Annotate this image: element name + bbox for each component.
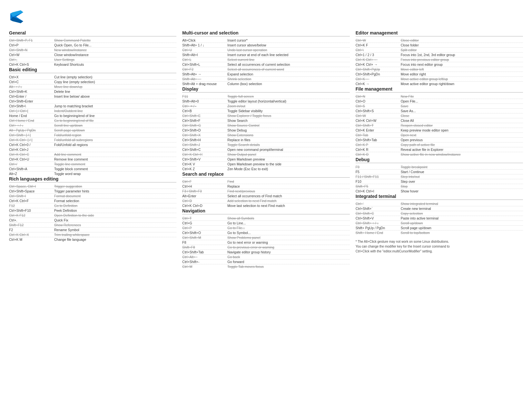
shortcut-row: Ctrl+K RReveal active file in Explorer [356, 147, 523, 152]
shortcut-desc: Show hover [401, 189, 523, 193]
shortcut-desc: Close editor [401, 38, 523, 42]
shortcut-desc: Rename Symbol [54, 228, 176, 232]
shortcut-key: Ctrl+S [356, 104, 401, 108]
shortcut-row: F11Toggle full screen [182, 94, 350, 99]
shortcut-row: Ctrl+Shift+F10Peek Definition [9, 208, 176, 213]
shortcut-row: Ctrl+Shift+FShow Search [182, 118, 350, 123]
shortcut-row: Ctrl+OOpen File... [356, 99, 523, 104]
section-debug: DebugF9Toggle breakpointF5Start / Contin… [356, 157, 523, 194]
shortcut-row: Ctrl+K Ctrl+0 /Fold/Unfold all regions [9, 142, 176, 147]
shortcut-desc: Fold/unfold all subregions [54, 138, 176, 142]
shortcut-key: Ctrl+W [9, 53, 54, 57]
shortcut-row: F3 / Shift+F3Find next/previous [182, 189, 350, 194]
shortcut-key: Ctrl+K P [356, 143, 401, 147]
shortcut-desc: Show integrated terminal [401, 202, 523, 206]
shortcut-key: Alt+Click [182, 38, 227, 42]
shortcut-desc: Move line down/up [54, 85, 176, 89]
shortcut-desc: Reveal active file in Explorer [401, 148, 523, 152]
shortcut-desc: Close window/instance [54, 53, 176, 57]
shortcut-row: Ctrl+Shift+VOpen Markdown preview [182, 157, 350, 162]
shortcut-row: Ctrl+Shift+IFormat document [9, 194, 176, 199]
column-3: Editor managementCtrl+WClose editorCtrl+… [356, 30, 523, 269]
shortcut-row: Shift+Alt+ 1 / ↓Insert cursor above/belo… [182, 43, 350, 48]
shortcut-key: Ctrl+Shift+T [356, 123, 401, 127]
shortcut-desc: Open File... [401, 99, 523, 103]
shortcut-key: Ctrl+ ↑ / ↓ [9, 123, 54, 127]
shortcut-desc: Close [401, 114, 523, 118]
shortcut-row: Ctrl+WClose window/instance [9, 53, 176, 57]
shortcut-key: Ctrl+W [356, 38, 401, 42]
shortcut-desc: Insert line below/ above [54, 94, 176, 98]
shortcut-key: Ctrl+Tab [356, 133, 401, 137]
shortcut-key: F9 [356, 165, 401, 169]
shortcut-row: Ctrl+Shift+DShow Debug [182, 128, 350, 133]
shortcut-key: Ctrl+Shift+Enter [9, 99, 54, 103]
shortcut-desc: Zoom in/out [227, 104, 350, 108]
shortcut-key: Ctrl+C [9, 80, 54, 84]
shortcut-desc: Open previous [401, 138, 523, 142]
shortcut-desc: Replace in files [227, 138, 350, 142]
shortcut-desc: Scroll page up/down [54, 128, 176, 132]
shortcut-desc: Show all Symbols [227, 216, 350, 220]
shortcut-key: Ctrl+F2 [182, 67, 227, 71]
shortcut-row: Ctrl+DAdd selection to next Find match [182, 199, 350, 203]
shortcut-row: Ctrl+FFind [182, 179, 350, 184]
shortcut-row: Alt+ ↑ / ↓Move line down/up [9, 84, 176, 89]
shortcut-desc: Save As... [401, 109, 523, 113]
shortcut-row: Ctrl+K Ctrl+ ←Focus into previous editor… [356, 57, 523, 62]
shortcut-row: Alt+EnterSelect all occurrences of Find … [182, 194, 350, 199]
shortcut-key: Ctrl+Shift+ [ / ] [9, 133, 54, 137]
shortcut-key: Ctrl+\ [356, 48, 401, 52]
shortcut-desc: Stop [401, 184, 523, 188]
shortcut-row: Ctrl+Shift+PgDnMove editor right [356, 72, 523, 77]
shortcut-key: Ctrl+K Ctrl+U [9, 157, 54, 161]
section-title-integrated-terminal: Integrated terminal [356, 194, 523, 200]
shortcut-key: Shift+Alt+ → [182, 72, 227, 76]
shortcut-key: Ctrl+K F12 [9, 213, 54, 217]
shortcut-desc: Copy path of active file [401, 143, 523, 147]
shortcut-key: Ctrl+` [356, 202, 401, 206]
shortcut-desc: Trigger suggestion [54, 184, 176, 188]
shortcut-row: Ctrl+WClose editor [356, 38, 523, 43]
shortcut-row: Ctrl+/Toggle line comment [9, 162, 176, 167]
shortcut-desc: Zen Mode (Esc Esc to exit) [227, 167, 350, 171]
shortcut-key: Ctrl+Shift+I [9, 194, 54, 198]
shortcut-desc: New window/instance [54, 48, 176, 52]
shortcut-key: F5 [356, 170, 401, 174]
shortcut-desc: Scroll to top/bottom [401, 231, 523, 235]
shortcut-key: Ctrl+K Ctrl+ ← [356, 58, 401, 62]
shortcut-desc: Show Explorer / Toggle focus [227, 114, 350, 118]
shortcut-key: Shift+Alt+0 [182, 99, 227, 103]
shortcut-key: Ctrl+. [9, 218, 54, 222]
section-rich-languages: Rich languages editingCtrl+Space, Ctrl+I… [9, 176, 176, 242]
shortcut-row: Shift+ PgUp / PgDnScroll page up/down [356, 226, 523, 230]
shortcut-key: Ctrl+K Ctrl+J [9, 148, 54, 152]
shortcut-key: Ctrl+Shift+C [356, 211, 401, 215]
shortcut-row: Ctrl+Alt+−Go back [182, 255, 350, 259]
shortcut-row: Ctrl+Shift+MShow Problems panel [182, 235, 350, 240]
shortcut-desc: Toggle Search details [227, 143, 350, 147]
shortcut-key: F10 [356, 180, 401, 183]
shortcut-desc: Paste into active terminal [401, 216, 523, 220]
shortcut-key: Ctrl+Shift+PgUp [356, 67, 401, 71]
shortcut-key: Ctrl+D [182, 199, 227, 203]
shortcut-key: Ctrl+Shift+F [182, 119, 227, 122]
column-1: GeneralCtrl+Shift+P, F1Show Command Pale… [9, 30, 176, 269]
shortcut-row: Ctrl+ ↑ / ↓Scroll line up/down [9, 123, 176, 128]
shortcut-key: Ctrl+K → [356, 82, 401, 86]
shortcut-desc: Focus into 1st, 2nd, 3rd editor group [401, 53, 523, 57]
shortcut-desc: Fold/Unfold all regions [54, 143, 176, 147]
shortcut-row: Alt+ZToggle word wrap [9, 171, 176, 176]
shortcut-row: Shift+Alt+ ←Shrink selection [182, 77, 350, 82]
shortcut-row: Ctrl+Shift+COpen new command prompt/term… [182, 147, 350, 152]
shortcut-row: Ctrl+K Ctrl+HShow Output panel [182, 152, 350, 157]
shortcut-key: Ctrl+Shift+S [356, 109, 401, 113]
shortcut-desc: Go to Definition [54, 204, 176, 208]
shortcut-row: Ctrl+K Ctrl+SKeyboard Shortcuts [9, 62, 176, 67]
shortcut-key: Ctrl+K Ctrl+ → [356, 63, 401, 66]
shortcut-row: Ctrl+Shift+OGo to Symbol... [182, 230, 350, 235]
shortcut-row: Ctrl+,User Settings [9, 57, 176, 62]
shortcut-desc: Replace [227, 184, 350, 188]
shortcut-row: Ctrl+LSelect current line [182, 57, 350, 62]
shortcut-key: Ctrl+Shift+Space [9, 189, 54, 193]
